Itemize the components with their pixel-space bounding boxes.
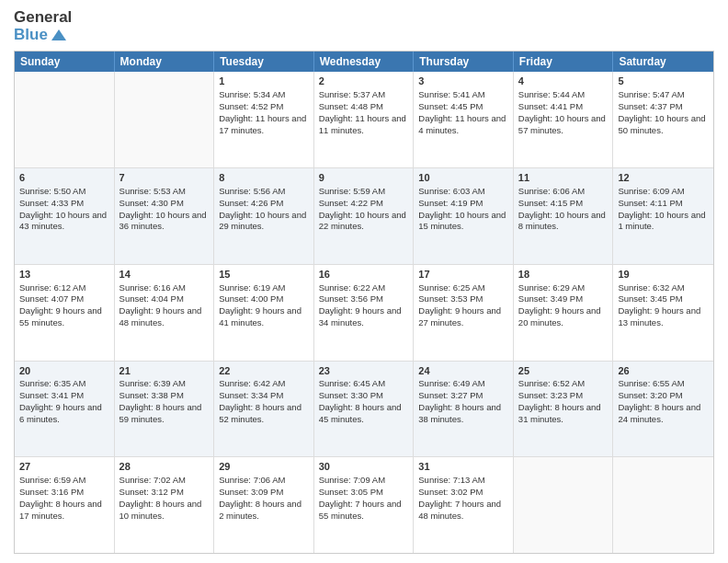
daylight-text: Daylight: 10 hours and 29 minutes. [219, 210, 306, 232]
calendar-cell-empty [514, 457, 614, 553]
sunrise-text: Sunrise: 5:34 AM [219, 89, 285, 99]
sunset-text: Sunset: 3:45 PM [618, 293, 682, 304]
sunset-text: Sunset: 4:37 PM [618, 101, 682, 111]
calendar-cell-empty [15, 72, 115, 167]
sunset-text: Sunset: 3:12 PM [119, 487, 184, 497]
day-number: 26 [618, 364, 709, 378]
sunset-text: Sunset: 4:30 PM [119, 198, 184, 208]
day-header-sunday: Sunday [15, 52, 115, 72]
day-number: 1 [219, 75, 309, 88]
day-number: 14 [119, 268, 210, 282]
day-number: 11 [518, 171, 609, 185]
sunrise-text: Sunrise: 5:44 AM [518, 89, 585, 99]
calendar-cell-day-25: 25Sunrise: 6:52 AMSunset: 3:23 PMDayligh… [514, 362, 614, 457]
daylight-text: Daylight: 10 hours and 22 minutes. [319, 210, 406, 232]
sunset-text: Sunset: 3:16 PM [19, 487, 84, 497]
calendar-cell-day-10: 10Sunrise: 6:03 AMSunset: 4:19 PMDayligh… [414, 168, 514, 264]
day-header-saturday: Saturday [613, 52, 713, 72]
sunset-text: Sunset: 4:52 PM [219, 101, 283, 111]
daylight-text: Daylight: 10 hours and 15 minutes. [418, 210, 506, 232]
calendar-row: 13Sunrise: 6:12 AMSunset: 4:07 PMDayligh… [15, 265, 713, 362]
daylight-text: Daylight: 9 hours and 20 minutes. [518, 305, 601, 327]
calendar-cell-day-20: 20Sunrise: 6:35 AMSunset: 3:41 PMDayligh… [15, 362, 115, 457]
calendar-cell-day-1: 1Sunrise: 5:34 AMSunset: 4:52 PMDaylight… [214, 72, 314, 167]
sunrise-text: Sunrise: 6:09 AM [618, 186, 684, 196]
sunrise-text: Sunrise: 7:09 AM [319, 475, 385, 485]
calendar-row: 1Sunrise: 5:34 AMSunset: 4:52 PMDaylight… [15, 72, 713, 168]
day-number: 5 [618, 75, 709, 88]
sunrise-text: Sunrise: 6:03 AM [418, 186, 484, 196]
sunset-text: Sunset: 4:22 PM [319, 198, 383, 208]
sunset-text: Sunset: 4:33 PM [19, 198, 84, 208]
sunset-text: Sunset: 4:15 PM [518, 198, 583, 208]
calendar-cell-day-17: 17Sunrise: 6:25 AMSunset: 3:53 PMDayligh… [414, 265, 514, 361]
day-number: 28 [119, 460, 210, 474]
sunrise-text: Sunrise: 5:56 AM [219, 186, 285, 196]
daylight-text: Daylight: 11 hours and 17 minutes. [219, 113, 306, 135]
daylight-text: Daylight: 9 hours and 34 minutes. [319, 305, 402, 327]
calendar-cell-empty [115, 72, 215, 167]
calendar-cell-day-7: 7Sunrise: 5:53 AMSunset: 4:30 PMDaylight… [115, 168, 215, 264]
sunset-text: Sunset: 4:45 PM [418, 101, 483, 111]
calendar-cell-day-31: 31Sunrise: 7:13 AMSunset: 3:02 PMDayligh… [414, 457, 514, 553]
daylight-text: Daylight: 8 hours and 10 minutes. [119, 499, 202, 521]
calendar-cell-day-18: 18Sunrise: 6:29 AMSunset: 3:49 PMDayligh… [514, 265, 614, 361]
day-number: 19 [618, 268, 709, 282]
day-header-tuesday: Tuesday [214, 52, 314, 72]
calendar-cell-day-12: 12Sunrise: 6:09 AMSunset: 4:11 PMDayligh… [613, 168, 713, 264]
sunrise-text: Sunrise: 5:41 AM [418, 89, 484, 99]
sunrise-text: Sunrise: 6:06 AM [518, 186, 585, 196]
sunset-text: Sunset: 3:49 PM [518, 293, 583, 304]
day-number: 16 [319, 268, 409, 282]
sunset-text: Sunset: 3:34 PM [219, 390, 283, 400]
calendar-cell-day-14: 14Sunrise: 6:16 AMSunset: 4:04 PMDayligh… [115, 265, 215, 361]
day-number: 23 [319, 364, 409, 378]
sunrise-text: Sunrise: 5:50 AM [19, 186, 85, 196]
calendar-cell-day-30: 30Sunrise: 7:09 AMSunset: 3:05 PMDayligh… [314, 457, 415, 553]
daylight-text: Daylight: 8 hours and 24 minutes. [618, 402, 700, 424]
sunset-text: Sunset: 4:26 PM [219, 198, 283, 208]
sunrise-text: Sunrise: 7:06 AM [219, 475, 285, 485]
calendar-cell-day-21: 21Sunrise: 6:39 AMSunset: 3:38 PMDayligh… [115, 362, 215, 457]
sunrise-text: Sunrise: 7:02 AM [119, 475, 186, 485]
calendar-cell-empty [613, 457, 713, 553]
daylight-text: Daylight: 10 hours and 36 minutes. [119, 210, 207, 232]
sunrise-text: Sunrise: 6:42 AM [219, 378, 285, 388]
day-number: 25 [518, 364, 609, 378]
sunrise-text: Sunrise: 5:53 AM [119, 186, 186, 196]
calendar-cell-day-5: 5Sunrise: 5:47 AMSunset: 4:37 PMDaylight… [613, 72, 713, 167]
day-number: 12 [618, 171, 709, 185]
calendar-row: 27Sunrise: 6:59 AMSunset: 3:16 PMDayligh… [15, 457, 713, 553]
sunset-text: Sunset: 4:11 PM [618, 198, 682, 208]
page-header: GeneralBlue [14, 9, 714, 43]
calendar-cell-day-3: 3Sunrise: 5:41 AMSunset: 4:45 PMDaylight… [414, 72, 514, 167]
daylight-text: Daylight: 9 hours and 55 minutes. [19, 305, 102, 327]
calendar-cell-day-27: 27Sunrise: 6:59 AMSunset: 3:16 PMDayligh… [15, 457, 115, 553]
sunrise-text: Sunrise: 6:12 AM [19, 282, 85, 293]
daylight-text: Daylight: 8 hours and 2 minutes. [219, 499, 301, 521]
sunrise-text: Sunrise: 6:25 AM [418, 282, 484, 293]
daylight-text: Daylight: 8 hours and 17 minutes. [19, 499, 102, 521]
sunset-text: Sunset: 3:41 PM [19, 390, 84, 400]
day-number: 29 [219, 460, 309, 474]
svg-marker-0 [51, 29, 66, 40]
sunrise-text: Sunrise: 6:55 AM [618, 378, 684, 388]
sunset-text: Sunset: 4:48 PM [319, 101, 383, 111]
day-number: 31 [418, 460, 508, 474]
sunrise-text: Sunrise: 5:47 AM [618, 89, 684, 99]
daylight-text: Daylight: 9 hours and 41 minutes. [219, 305, 301, 327]
sunset-text: Sunset: 3:09 PM [219, 487, 283, 497]
sunrise-text: Sunrise: 6:29 AM [518, 282, 585, 293]
sunrise-text: Sunrise: 6:16 AM [119, 282, 186, 293]
sunrise-text: Sunrise: 6:35 AM [19, 378, 85, 388]
daylight-text: Daylight: 10 hours and 50 minutes. [618, 113, 705, 135]
day-header-friday: Friday [514, 52, 614, 72]
sunrise-text: Sunrise: 6:59 AM [19, 475, 85, 485]
daylight-text: Daylight: 7 hours and 48 minutes. [418, 499, 501, 521]
daylight-text: Daylight: 8 hours and 52 minutes. [219, 402, 301, 424]
calendar-cell-day-16: 16Sunrise: 6:22 AMSunset: 3:56 PMDayligh… [314, 265, 415, 361]
sunset-text: Sunset: 4:00 PM [219, 293, 283, 304]
daylight-text: Daylight: 9 hours and 13 minutes. [618, 305, 700, 327]
daylight-text: Daylight: 8 hours and 31 minutes. [518, 402, 601, 424]
calendar-row: 6Sunrise: 5:50 AMSunset: 4:33 PMDaylight… [15, 168, 713, 265]
